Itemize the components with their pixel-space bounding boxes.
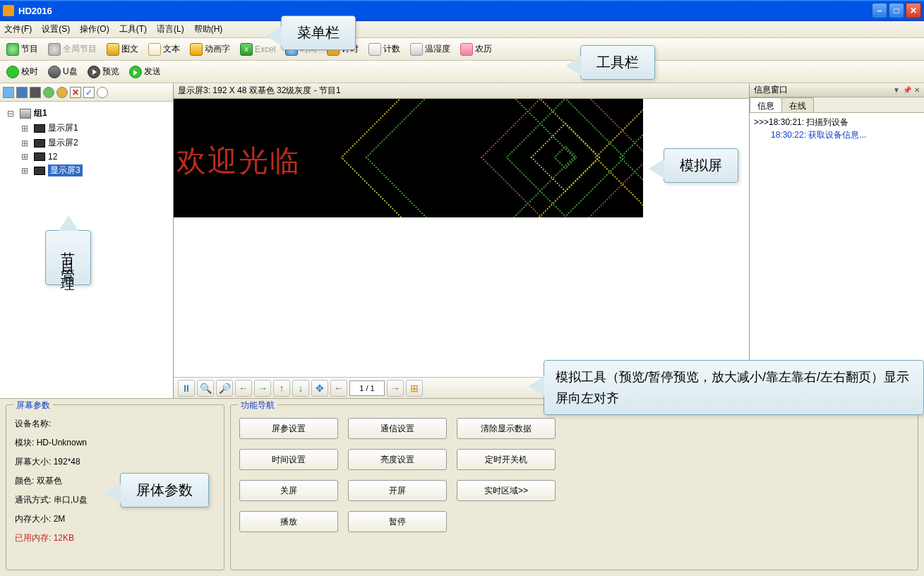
tree-group[interactable]: ⊟ 组1: [4, 106, 169, 121]
tree-body: ⊟ 组1 ⊞ 显示屏1 ⊞ 显示屏2 ⊞ 12 ⊞ 显示屏3: [0, 102, 173, 182]
tb-count[interactable]: 计数: [366, 42, 402, 57]
tab-online[interactable]: 在线: [781, 97, 814, 112]
nav-btn-0[interactable]: 屏参设置: [239, 418, 338, 439]
sim-pause[interactable]: ⏸: [178, 380, 195, 397]
led-screen: 欢迎光临: [174, 99, 643, 217]
tree-btn-check[interactable]: ✓: [83, 87, 95, 98]
nav-btn-7[interactable]: 开屏: [348, 480, 447, 501]
menu-tool[interactable]: 工具(T): [119, 23, 147, 35]
nav-btn-6[interactable]: 关屏: [239, 480, 338, 501]
sim-nextpage[interactable]: →: [387, 380, 404, 397]
nav-btn-4[interactable]: 亮度设置: [348, 449, 447, 470]
info-body: >>>18:30:21: 扫描到设备 18:30:22: 获取设备信息...: [750, 113, 924, 398]
tree-btn-new[interactable]: [3, 87, 14, 98]
sim-right[interactable]: →: [254, 380, 271, 397]
tb-temp[interactable]: 温湿度: [408, 42, 452, 57]
nav-btn-9[interactable]: 播放: [239, 511, 338, 532]
param-module: 模块: HD-Unknown: [15, 437, 215, 449]
sim-page: 1 / 1: [349, 380, 385, 396]
sim-alignleft[interactable]: ⊞: [406, 380, 423, 397]
param-mem: 内存大小: 2M: [15, 513, 215, 525]
menu-lang[interactable]: 语言(L): [157, 23, 184, 35]
temp-icon: [410, 43, 423, 56]
tree-btn-down[interactable]: [56, 87, 68, 98]
menu-operate[interactable]: 操作(O): [80, 23, 109, 35]
nav-btn-5[interactable]: 定时开关机: [457, 449, 556, 470]
param-size: 屏幕大小: 192*48: [15, 456, 215, 468]
screen-icon: [34, 152, 45, 161]
sim-zoomout[interactable]: 🔎: [216, 380, 233, 397]
tree-btn-save[interactable]: [16, 87, 28, 98]
center-panel: 显示屏3: 192 X 48 双基色 32级灰度 - 节目1 欢迎光临 ⏸ 🔍 …: [174, 83, 749, 398]
nav-btn-2[interactable]: 清除显示数据: [457, 418, 556, 439]
tree-toolbar: ✕ ✓: [0, 83, 173, 102]
tree-btn-add[interactable]: [30, 87, 41, 98]
tb-global[interactable]: 全局节目: [46, 42, 99, 57]
menubar: 文件(F) 设置(S) 操作(O) 工具(T) 语言(L) 帮助(H): [0, 21, 924, 38]
led-text: 欢迎光临: [176, 141, 301, 181]
tb-lunar[interactable]: 农历: [458, 42, 494, 57]
toolbar-main: 节目 全局节目 图文 文本 动画字 XExcel 时间 计时 计数 温湿度 农历: [0, 38, 924, 61]
close-button[interactable]: ✕: [906, 3, 921, 18]
nav-btn-3[interactable]: 时间设置: [239, 449, 338, 470]
nav-btn-8[interactable]: 实时区域>>: [457, 480, 556, 501]
tab-info[interactable]: 信息: [750, 97, 782, 112]
nav-title: 功能导航: [238, 400, 277, 412]
info-tabs: 信息 在线: [750, 97, 924, 113]
menu-setting[interactable]: 设置(S): [42, 23, 70, 35]
tb-sync[interactable]: 校时: [4, 64, 40, 80]
sim-left[interactable]: ←: [235, 380, 252, 397]
screen-icon: [34, 139, 45, 148]
maximize-button[interactable]: □: [889, 3, 904, 18]
preview-icon: [88, 66, 100, 78]
info-close-icon[interactable]: ✕: [914, 86, 920, 94]
sync-icon: [6, 66, 19, 78]
info-pin2-icon[interactable]: 📌: [903, 86, 911, 94]
sim-up[interactable]: ↑: [273, 380, 290, 397]
titlebar: HD2016 – □ ✕: [0, 0, 924, 21]
main-area: ✕ ✓ ⊟ 组1 ⊞ 显示屏1 ⊞ 显示屏2 ⊞ 12 ⊞: [0, 83, 924, 398]
callout-toolbar: 工具栏: [580, 45, 655, 80]
callout-tree: 节目管理: [45, 230, 91, 285]
callout-sim: 模拟屏: [664, 148, 738, 183]
sim-move[interactable]: ✥: [311, 380, 328, 397]
sim-down[interactable]: ↓: [292, 380, 309, 397]
info-pin-icon[interactable]: ▼: [893, 86, 900, 94]
pic-icon: [107, 43, 119, 56]
tree-item-1[interactable]: ⊞ 显示屏2: [4, 136, 169, 150]
tree-item-2[interactable]: ⊞ 12: [4, 150, 169, 163]
send-icon: [129, 66, 142, 78]
info-line2: 18:30:22: 获取设备信息...: [754, 128, 920, 141]
text-icon: [148, 43, 161, 56]
tb-anim[interactable]: 动画字: [188, 42, 232, 57]
tree-item-3[interactable]: ⊞ 显示屏3: [4, 163, 169, 178]
info-panel: 信息窗口 ▼ 📌 ✕ 信息 在线 >>>18:30:21: 扫描到设备 18:3…: [749, 83, 924, 398]
sim-prevpage[interactable]: ←: [330, 380, 347, 397]
sim-zoomin[interactable]: 🔍: [197, 380, 214, 397]
program-icon: [6, 43, 19, 56]
sim-area: 欢迎光临: [174, 99, 749, 377]
tb-text[interactable]: 文本: [146, 42, 182, 57]
menu-file[interactable]: 文件(F): [4, 23, 32, 35]
nav-btn-10[interactable]: 暂停: [348, 511, 447, 532]
callout-simtool: 模拟工具（预览/暂停预览，放大减小/靠左靠右/左右翻页）显示屏向左对齐: [544, 360, 924, 415]
tree-btn-delete[interactable]: ✕: [70, 87, 81, 98]
tree-btn-search[interactable]: [97, 87, 108, 98]
tb-usb[interactable]: U盘: [46, 64, 80, 80]
tb-pic[interactable]: 图文: [104, 42, 140, 57]
window-title: HD2016: [18, 6, 872, 16]
tree-btn-up[interactable]: [43, 87, 54, 98]
tree-item-0[interactable]: ⊞ 显示屏1: [4, 121, 169, 136]
info-header: 信息窗口 ▼ 📌 ✕: [750, 83, 924, 97]
menu-help[interactable]: 帮助(H): [194, 23, 223, 35]
nav-box: 功能导航 屏参设置 通信设置 清除显示数据 时间设置 亮度设置 定时开关机 关屏…: [230, 404, 918, 570]
tb-send[interactable]: 发送: [127, 64, 163, 80]
param-device: 设备名称:: [15, 418, 215, 430]
center-header: 显示屏3: 192 X 48 双基色 32级灰度 - 节目1: [174, 83, 749, 99]
count-icon: [368, 43, 381, 56]
nav-btn-1[interactable]: 通信设置: [348, 418, 447, 439]
minimize-button[interactable]: –: [872, 3, 887, 18]
tb-program[interactable]: 节目: [4, 42, 40, 57]
callout-params: 屏体参数: [120, 473, 209, 508]
tb-preview[interactable]: 预览: [85, 64, 121, 80]
